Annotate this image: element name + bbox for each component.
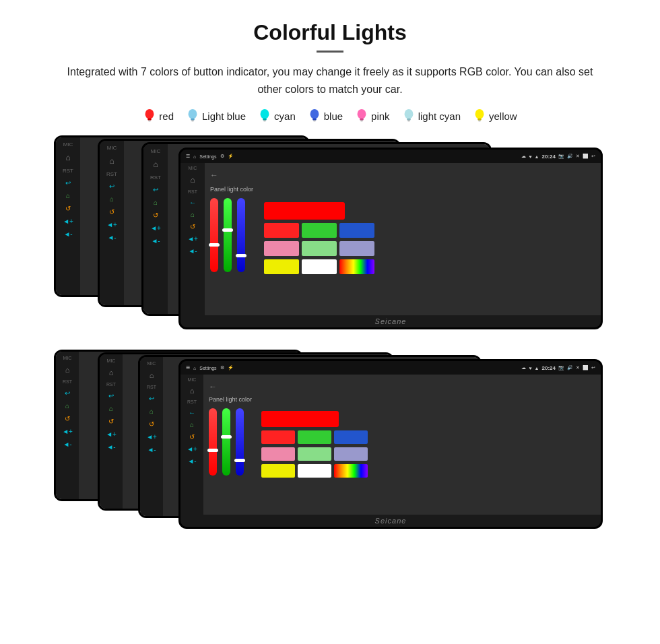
svg-rect-1 [148, 119, 152, 121]
seicane-watermark-bottom: Seicane [180, 515, 601, 527]
svg-point-0 [145, 109, 154, 119]
color-item-pink: pink [355, 108, 390, 123]
panel-label: Panel light color [210, 186, 253, 193]
yellow-bulb-icon [473, 108, 486, 123]
color-label-pink: pink [371, 110, 390, 122]
red-bulb-icon [143, 108, 156, 123]
svg-rect-7 [263, 119, 267, 121]
svg-point-12 [358, 109, 366, 119]
svg-rect-19 [477, 119, 482, 121]
svg-rect-4 [191, 119, 195, 121]
svg-point-3 [189, 109, 197, 119]
title-divider [317, 51, 343, 53]
svg-rect-2 [148, 121, 151, 122]
svg-rect-11 [313, 121, 316, 122]
svg-rect-14 [360, 121, 363, 122]
cyan-bulb-icon [258, 108, 271, 123]
pink-bulb-icon [355, 108, 368, 123]
lightblue-bulb-icon [186, 108, 199, 123]
panel-label-bottom: Panel light color [209, 396, 252, 403]
seicane-watermark-top: Seicane [180, 315, 601, 327]
bottom-device-row: MIC ⌂ RST ↩ ⌂ ↺ ◄+ ◄- MIC [27, 344, 633, 543]
color-item-lightblue: Light blue [186, 108, 246, 123]
page-container: Colorful Lights Integrated with 7 colors… [0, 0, 660, 563]
svg-point-9 [310, 109, 319, 119]
page-title: Colorful Lights [27, 20, 633, 45]
color-label-blue: blue [324, 110, 343, 122]
color-item-blue: blue [308, 108, 343, 123]
color-item-lightcyan: light cyan [402, 108, 461, 123]
svg-rect-16 [407, 119, 411, 121]
svg-rect-13 [360, 119, 364, 121]
top-device-row: MIC ⌂ RST ↩ ⌂ ↺ ◄+ ◄- MIC [27, 135, 633, 344]
color-label-yellow: yellow [489, 110, 517, 122]
color-label-lightcyan: light cyan [418, 110, 461, 122]
svg-point-15 [404, 109, 413, 119]
svg-point-18 [475, 109, 484, 119]
blue-bulb-icon [308, 108, 321, 123]
lightcyan-bulb-icon [402, 108, 416, 123]
color-label-red: red [159, 110, 174, 122]
color-item-yellow: yellow [473, 108, 517, 123]
page-description: Integrated with 7 colors of button indic… [54, 63, 606, 98]
device-front-bottom: ☰ ⌂ Settings ⚙ ⚡ ☁♥▲ 20:24 📷🔊✕⬜↩ [178, 359, 603, 529]
svg-rect-20 [478, 121, 481, 122]
color-label-lightblue: Light blue [202, 110, 246, 122]
device-front-top: ☰ ⌂ Settings ⚙ ⚡ ☁♥▲ 20:24 📷🔊✕⬜↩ [178, 148, 603, 329]
svg-rect-17 [407, 121, 410, 122]
color-item-red: red [143, 108, 174, 123]
svg-point-6 [261, 109, 269, 119]
color-label-cyan: cyan [274, 110, 296, 122]
svg-rect-8 [263, 121, 266, 122]
svg-rect-10 [312, 119, 317, 121]
color-item-cyan: cyan [258, 108, 296, 123]
svg-rect-5 [191, 121, 194, 122]
color-indicators: red Light blue cyan [27, 108, 633, 123]
